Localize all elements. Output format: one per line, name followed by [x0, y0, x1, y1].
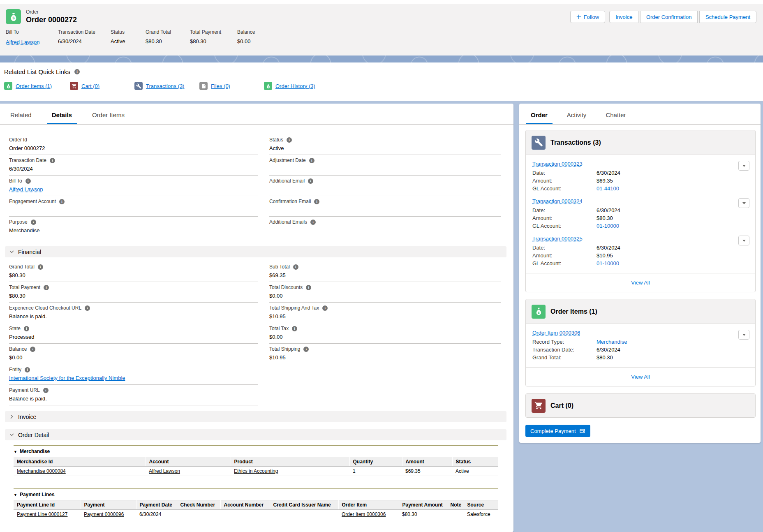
payment-line-id-link[interactable]: Payment Line 0000127: [17, 511, 67, 517]
gl-account-link[interactable]: 01-44100: [597, 185, 619, 192]
order-confirmation-button[interactable]: Order Confirmation: [640, 11, 698, 23]
entity-link[interactable]: International Society for the Exceptiona…: [9, 375, 258, 382]
view-all-link[interactable]: View All: [631, 374, 650, 380]
payment-lines-report-section: Payment Lines Payment Line Id Payment Pa…: [14, 488, 498, 519]
transaction-link[interactable]: Transaction 0000324: [532, 198, 583, 204]
gl-account-link[interactable]: 01-10000: [597, 259, 619, 267]
field-experience-cloud-checkout-url: Experience Cloud Checkout URL Balance is…: [9, 303, 258, 323]
merchandise-section-toggle[interactable]: Merchandise: [14, 449, 498, 454]
tab-related[interactable]: Related: [5, 104, 37, 124]
highlight-status: Status Active: [111, 29, 146, 46]
info-icon[interactable]: [306, 285, 311, 290]
payment-lines-table: Payment Line Id Payment Payment Date Che…: [14, 500, 498, 519]
complete-payment-button[interactable]: Complete Payment: [525, 425, 590, 437]
field-confirmation-email: Confirmation Email: [269, 196, 501, 217]
info-icon[interactable]: [293, 264, 298, 270]
info-icon[interactable]: [303, 347, 309, 352]
info-icon[interactable]: [50, 158, 55, 163]
order-item-link[interactable]: Order Item 0000306: [532, 330, 580, 336]
field-total-shipping-and-tax: Total Shipping And Tax $10.95: [269, 303, 501, 323]
plus-icon: [576, 14, 581, 19]
tab-details[interactable]: Details: [47, 104, 77, 124]
cart-card-header: Cart (0): [526, 394, 755, 417]
highlight-bill-to: Bill To Alfred Lawson: [6, 29, 58, 46]
section-invoice[interactable]: Invoice: [5, 411, 506, 422]
schedule-payment-button[interactable]: Schedule Payment: [699, 11, 756, 23]
svg-text:$: $: [268, 86, 269, 88]
bill-to-link[interactable]: Alfred Lawson: [6, 39, 39, 45]
tab-chatter[interactable]: Chatter: [601, 104, 631, 124]
info-icon[interactable]: [85, 305, 90, 311]
transactions-card-header: Transactions (3): [526, 130, 755, 155]
field-sub-total: Sub Total $69.35: [269, 261, 501, 282]
invoice-button[interactable]: Invoice: [609, 11, 638, 23]
bill-to-link[interactable]: Alfred Lawson: [9, 186, 258, 193]
merchandise-id-link[interactable]: Merchandise 0000084: [17, 468, 66, 474]
chevron-down-icon: [742, 240, 746, 242]
record-type-link[interactable]: Merchandise: [597, 338, 627, 346]
chevron-down-icon: [742, 202, 746, 204]
section-financial[interactable]: Financial: [5, 246, 506, 257]
row-actions-dropdown[interactable]: [738, 236, 749, 245]
merchandise-header-row: Merchandise Id Account Product Quantity …: [14, 457, 498, 467]
info-icon[interactable]: [308, 178, 313, 184]
info-icon[interactable]: [309, 158, 314, 163]
row-actions-dropdown[interactable]: [738, 161, 749, 171]
payment-line-row: Payment Line 0000127 Payment 0000096 6/3…: [14, 510, 498, 519]
product-link[interactable]: Ethics in Accounting: [234, 468, 278, 474]
info-icon[interactable]: [38, 264, 43, 270]
info-icon[interactable]: [322, 305, 328, 311]
quick-link-cart: Cart (0): [70, 82, 134, 90]
transaction-link[interactable]: Transaction 0000325: [532, 236, 583, 242]
top-strip: [0, 0, 763, 4]
account-link[interactable]: Alfred Lawson: [149, 468, 180, 474]
highlight-balance: Balance $0.00: [237, 29, 278, 46]
info-icon[interactable]: [31, 220, 36, 225]
field-order-id: Order Id Order 0000272: [9, 134, 258, 155]
payment-lines-section-toggle[interactable]: Payment Lines: [14, 492, 498, 497]
chevron-down-icon: [9, 249, 14, 254]
info-icon[interactable]: [24, 326, 29, 331]
row-actions-dropdown[interactable]: [738, 330, 749, 340]
follow-button[interactable]: Follow: [570, 11, 606, 23]
view-all-link[interactable]: View All: [631, 280, 650, 286]
field-grand-total: Grand Total $80.30: [9, 261, 258, 282]
transaction-item: Transaction 0000325 Date:6/30/2024 Amoun…: [532, 235, 749, 267]
tab-order[interactable]: Order: [526, 104, 553, 124]
field-purpose: Purpose Merchandise: [9, 217, 258, 237]
transaction-link[interactable]: Transaction 0000323: [532, 161, 583, 167]
collapse-triangle-icon: [14, 492, 17, 497]
detail-tabs: Related Details Order Items: [0, 104, 513, 125]
tab-order-items[interactable]: Order Items: [87, 104, 129, 124]
action-button-group: Invoice Order Confirmation Schedule Paym…: [609, 11, 756, 23]
info-icon[interactable]: [59, 199, 65, 204]
info-icon[interactable]: [74, 69, 80, 74]
field-total-shipping: Total Shipping $10.95: [269, 344, 501, 364]
quick-links-row: $ Order Items (1) Cart (0) Transactions …: [4, 82, 763, 90]
chevron-down-icon: [9, 432, 14, 437]
gl-account-link[interactable]: 01-10000: [597, 222, 619, 230]
tab-activity[interactable]: Activity: [562, 104, 592, 124]
quick-link-order-history: $ Order History (3): [264, 82, 315, 90]
row-actions-dropdown[interactable]: [738, 198, 749, 208]
info-icon[interactable]: [30, 347, 35, 352]
chevron-down-icon: [742, 165, 746, 167]
info-icon[interactable]: [43, 388, 49, 393]
payment-link[interactable]: Payment 0000096: [84, 511, 124, 517]
payment-terminal-icon: [579, 428, 585, 434]
order-record-page: $ Order Order 0000272 Follow Invoice Ord…: [0, 0, 763, 532]
info-icon[interactable]: [314, 199, 319, 204]
merchandise-row: Merchandise 0000084 Alfred Lawson Ethics…: [14, 467, 498, 476]
info-icon[interactable]: [25, 178, 31, 184]
info-icon[interactable]: [25, 367, 30, 372]
info-icon[interactable]: [287, 137, 292, 143]
info-icon[interactable]: [310, 220, 316, 225]
info-icon[interactable]: [292, 326, 297, 331]
field-total-tax: Total Tax $0.00: [269, 323, 501, 344]
info-icon[interactable]: [44, 285, 49, 290]
money-bag-icon: $: [4, 82, 12, 90]
section-order-detail[interactable]: Order Detail: [5, 429, 506, 440]
field-total-discounts: Total Discounts $0.00: [269, 282, 501, 303]
transactions-card: Transactions (3) Transaction 0000323 Dat…: [525, 130, 756, 292]
order-item-link[interactable]: Order Item 0000306: [342, 511, 386, 517]
